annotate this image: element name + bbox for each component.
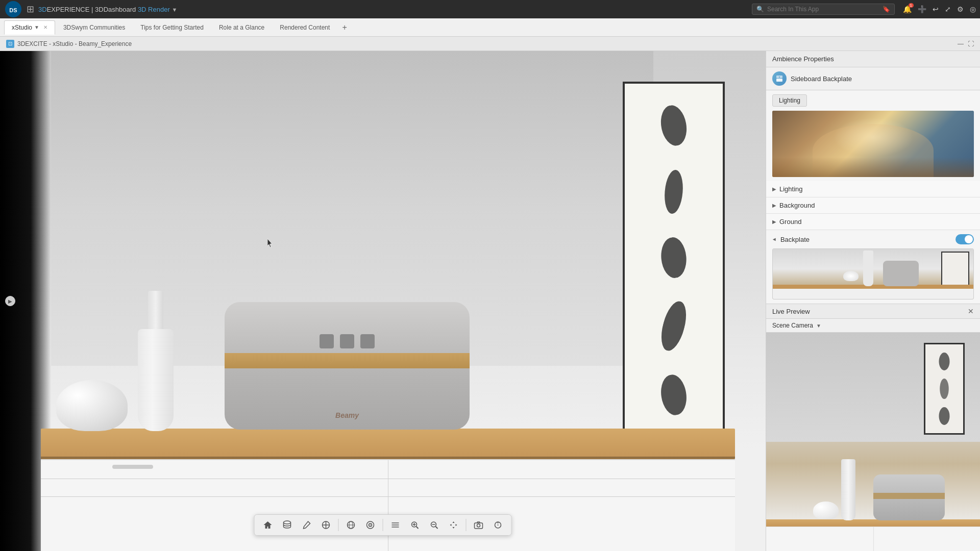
cabinet-divider bbox=[388, 460, 388, 551]
svg-point-23 bbox=[477, 524, 480, 527]
bp-scene-bg bbox=[773, 249, 973, 299]
lighting-arrow-icon: ▶ bbox=[772, 186, 776, 192]
art-leaf-4 bbox=[652, 297, 695, 355]
lp-bottle bbox=[841, 459, 855, 520]
add-icon[interactable]: ➕ bbox=[918, 5, 926, 13]
lighting-section: Lighting bbox=[766, 90, 980, 181]
art-leaf-2 bbox=[659, 168, 689, 216]
toolbar-transform-button[interactable] bbox=[317, 517, 335, 533]
toolbar-zoom-in-button[interactable] bbox=[406, 517, 424, 533]
live-preview-image bbox=[766, 333, 980, 551]
tab-label: xStudio bbox=[12, 24, 32, 31]
toolbar-target-button[interactable] bbox=[361, 517, 380, 533]
svg-point-2 bbox=[284, 521, 291, 524]
app-title: 3DEXPERIENCE | 3DDashboard 3D Render ▼ bbox=[38, 6, 177, 13]
share-icon[interactable]: ↩ bbox=[933, 5, 939, 13]
viewport[interactable]: Beamy bbox=[0, 51, 766, 551]
notification-icon[interactable]: 🔔1 bbox=[903, 5, 912, 13]
lp-frame-content bbox=[925, 344, 963, 433]
scene-camera-label: Scene Camera bbox=[772, 322, 813, 329]
bp-speaker bbox=[883, 261, 919, 286]
toolbar-layers-button[interactable] bbox=[386, 517, 405, 533]
tab-add-button[interactable]: + bbox=[338, 21, 351, 34]
right-panel: Ambience Properties Sideboard Backplate … bbox=[766, 51, 980, 551]
lighting-tab[interactable]: Lighting bbox=[772, 94, 807, 107]
tabbar: xStudio ▼ ✕ 3DSwym Communities Tips for … bbox=[0, 18, 980, 37]
svg-line-20 bbox=[436, 527, 438, 529]
tab-label: Rendered Content bbox=[280, 24, 330, 31]
maximize-icon[interactable]: ⛶ bbox=[968, 40, 974, 47]
lp-speaker bbox=[873, 474, 945, 520]
bookmark-icon[interactable]: 🔖 bbox=[883, 6, 890, 13]
backplate-preview-image bbox=[772, 248, 974, 299]
art-content bbox=[625, 84, 723, 437]
ground-property-label: Ground bbox=[779, 218, 974, 226]
toolbar-database-button[interactable] bbox=[278, 517, 297, 533]
left-panel-toggle[interactable]: ▶ bbox=[5, 296, 15, 306]
tab-role[interactable]: Role at a Glance bbox=[212, 20, 272, 35]
toolbar-measure-button[interactable] bbox=[489, 517, 507, 533]
lp-art-frame bbox=[924, 343, 965, 435]
app-switcher-icon[interactable]: ⊞ bbox=[27, 4, 34, 15]
main-layout: ▶ bbox=[0, 51, 980, 551]
minimize-icon[interactable]: — bbox=[958, 40, 964, 47]
live-preview-close-button[interactable]: ✕ bbox=[968, 307, 974, 315]
breadcrumb-icon: ⊡ bbox=[6, 40, 14, 48]
lp-cabinet bbox=[766, 527, 980, 551]
svg-point-11 bbox=[370, 524, 371, 525]
lighting-property-label: Lighting bbox=[779, 185, 974, 193]
bp-bottle bbox=[863, 251, 873, 286]
breadcrumb-text: 3DEXCITE - xStudio - Beamy_Experience bbox=[17, 40, 132, 47]
tab-xstudio[interactable]: xStudio ▼ ✕ bbox=[4, 20, 55, 35]
search-icon: 🔍 bbox=[756, 6, 764, 13]
art-frame bbox=[623, 82, 725, 439]
backplate-toggle[interactable] bbox=[955, 234, 974, 244]
help-icon[interactable]: ◎ bbox=[970, 5, 976, 13]
lp-leaf-1 bbox=[937, 353, 952, 370]
live-preview-section: Live Preview ✕ Scene Camera ▼ bbox=[766, 304, 980, 551]
app-logo: DS bbox=[4, 0, 22, 18]
tab-dropdown-icon[interactable]: ▼ bbox=[34, 24, 39, 30]
tab-label: 3DSwym Communities bbox=[63, 24, 125, 31]
ground-arrow-icon: ▶ bbox=[772, 219, 776, 224]
search-bar[interactable]: 🔍 🔖 bbox=[752, 4, 895, 15]
live-preview-title: Live Preview bbox=[772, 308, 964, 315]
bp-cabinet bbox=[773, 289, 973, 299]
tab-rendered[interactable]: Rendered Content bbox=[273, 20, 337, 35]
lp-cabinet-divider bbox=[873, 527, 874, 551]
toolbar-home-button[interactable] bbox=[259, 517, 277, 533]
lp-leaf-3 bbox=[937, 407, 952, 425]
ambience-properties-header: Ambience Properties bbox=[766, 51, 980, 67]
tab-tips[interactable]: Tips for Getting Started bbox=[133, 20, 211, 35]
toolbar-camera-button[interactable] bbox=[470, 517, 488, 533]
speaker-controls bbox=[320, 334, 375, 348]
tab-3dswym[interactable]: 3DSwym Communities bbox=[56, 20, 132, 35]
bottle-object bbox=[138, 288, 179, 431]
toolbar bbox=[254, 514, 512, 536]
scene-camera-dropdown-icon[interactable]: ▼ bbox=[816, 323, 821, 329]
backplate-row[interactable]: ▼ Backplate bbox=[772, 234, 974, 244]
background-property-row[interactable]: ▶ Background bbox=[766, 197, 980, 214]
shelf-surface bbox=[41, 429, 735, 459]
speaker-body: Beamy bbox=[225, 302, 470, 430]
lighting-property-row[interactable]: ▶ Lighting bbox=[766, 181, 980, 197]
art-leaf-5 bbox=[653, 372, 694, 417]
toolbar-pan-button[interactable] bbox=[445, 517, 463, 533]
settings-icon[interactable]: ⚙ bbox=[957, 5, 964, 13]
lp-speaker-stripe bbox=[873, 493, 945, 499]
toolbar-globe-button[interactable] bbox=[342, 517, 360, 533]
speaker-brand: Beamy bbox=[335, 411, 359, 419]
search-input[interactable] bbox=[767, 6, 879, 13]
speaker-object: Beamy bbox=[225, 302, 470, 430]
toolbar-brush-button[interactable] bbox=[298, 517, 316, 533]
bottle-body bbox=[138, 329, 174, 431]
toolbar-zoom-out-button[interactable] bbox=[425, 517, 444, 533]
scene-camera-row[interactable]: Scene Camera ▼ bbox=[766, 319, 980, 333]
connect-icon[interactable]: ⤢ bbox=[945, 5, 951, 13]
ground-property-row[interactable]: ▶ Ground bbox=[766, 214, 980, 230]
top-icons: 🔔1 ➕ ↩ ⤢ ⚙ ◎ bbox=[903, 5, 976, 13]
tab-close-icon[interactable]: ✕ bbox=[43, 24, 47, 30]
bowl-object bbox=[56, 380, 128, 431]
speaker-dot-1 bbox=[320, 334, 334, 348]
svg-text:DS: DS bbox=[9, 7, 17, 13]
